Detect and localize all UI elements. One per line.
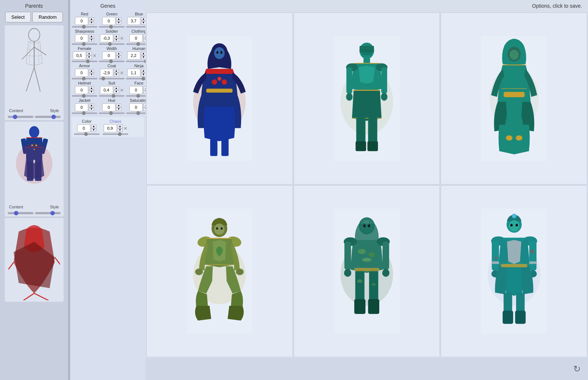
gene-helmet-up[interactable]: ▲ — [89, 86, 94, 90]
gene-ninja-input[interactable] — [127, 69, 140, 77]
gene-clothing-input[interactable] — [129, 34, 143, 42]
character-cell-5[interactable] — [294, 185, 440, 357]
gene-human-slider[interactable] — [126, 61, 146, 62]
select-button[interactable]: Select — [5, 12, 31, 22]
gene-saturation-input[interactable] — [129, 103, 143, 111]
gene-suit-down[interactable]: ▼ — [114, 90, 119, 94]
gene-armor-up[interactable]: ▲ — [89, 69, 94, 73]
chaos-remove[interactable]: ✕ — [123, 126, 128, 131]
gene-hue-up[interactable]: ▲ — [116, 104, 121, 107]
gene-coat-input[interactable] — [100, 69, 113, 77]
gene-green-up[interactable]: ▲ — [116, 17, 121, 21]
gene-suit-remove[interactable]: ✕ — [120, 87, 124, 93]
gene-soldier-down[interactable]: ▼ — [114, 38, 119, 42]
gene-helmet-slider[interactable] — [72, 95, 97, 97]
gene-blue-down[interactable]: ▼ — [141, 21, 146, 25]
gene-blue-slider[interactable] — [126, 26, 146, 28]
gene-hue: Hue ▲ ▼ — [99, 98, 125, 114]
color-up[interactable]: ▲ — [91, 125, 96, 128]
chaos-up[interactable]: ▲ — [118, 125, 123, 128]
gene-green-input[interactable] — [102, 17, 115, 25]
refresh-button[interactable]: ↻ — [573, 364, 581, 374]
gene-green-down[interactable]: ▼ — [116, 21, 121, 25]
gene-width-input[interactable] — [102, 51, 115, 60]
content-slider-2[interactable] — [8, 212, 33, 214]
gene-suit-slider[interactable] — [99, 95, 125, 97]
gene-hue-slider[interactable] — [99, 112, 125, 114]
chaos-input[interactable] — [104, 124, 117, 132]
gene-jacket-up[interactable]: ▲ — [89, 104, 94, 107]
random-button[interactable]: Random — [32, 12, 63, 22]
gene-female-up[interactable]: ▲ — [87, 52, 92, 55]
gene-saturation-label: Saturation — [130, 98, 146, 103]
gene-hue-down[interactable]: ▼ — [116, 107, 121, 111]
gene-armor-slider[interactable] — [72, 78, 97, 79]
gene-red-input[interactable] — [75, 17, 88, 25]
gene-coat-up[interactable]: ▲ — [114, 69, 119, 73]
character-cell-6[interactable] — [441, 185, 587, 357]
gene-helmet-down[interactable]: ▼ — [89, 90, 94, 94]
gene-coat-down[interactable]: ▼ — [114, 73, 119, 76]
gene-female-input[interactable] — [73, 51, 86, 60]
gene-soldier-slider[interactable] — [99, 43, 125, 45]
color-down[interactable]: ▼ — [91, 128, 96, 132]
content-slider-1[interactable] — [8, 116, 33, 118]
gene-ninja-down[interactable]: ▼ — [141, 73, 146, 76]
gene-red-up[interactable]: ▲ — [89, 17, 94, 21]
character-cell-3[interactable] — [441, 12, 587, 184]
gene-coat-remove[interactable]: ✕ — [120, 70, 124, 76]
svg-rect-81 — [368, 299, 379, 314]
gene-sharpness-input[interactable] — [75, 34, 88, 42]
gene-human-down[interactable]: ▼ — [141, 55, 146, 59]
gene-clothing-slider[interactable] — [126, 43, 146, 45]
gene-coat-slider[interactable] — [99, 78, 125, 79]
gene-armor-down[interactable]: ▼ — [89, 73, 94, 76]
gene-soldier-input[interactable] — [100, 34, 113, 42]
color-input[interactable] — [77, 124, 90, 132]
gene-soldier-remove[interactable]: ✕ — [120, 36, 124, 41]
gene-width-down[interactable]: ▼ — [116, 55, 121, 59]
svg-point-29 — [220, 51, 222, 54]
gene-human-input[interactable] — [127, 51, 140, 60]
options-header: Options, click to save. — [146, 0, 588, 12]
gene-ninja-slider[interactable] — [126, 78, 146, 79]
gene-female-down[interactable]: ▼ — [87, 55, 92, 59]
gene-armor-input[interactable] — [75, 69, 88, 77]
gene-face-slider[interactable] — [126, 95, 146, 97]
gene-female-slider[interactable] — [72, 61, 97, 62]
gene-hue-input[interactable] — [102, 103, 115, 111]
gene-width-slider[interactable] — [99, 61, 125, 62]
gene-sharpness-slider[interactable] — [72, 43, 97, 45]
gene-suit-up[interactable]: ▲ — [114, 86, 119, 90]
gene-jacket-slider[interactable] — [72, 112, 97, 114]
gene-jacket-input[interactable] — [75, 103, 88, 111]
gene-red-slider[interactable] — [72, 26, 97, 28]
character-cell-2[interactable] — [294, 12, 440, 184]
gene-face-input[interactable] — [129, 86, 143, 94]
gene-red-down[interactable]: ▼ — [89, 21, 94, 25]
gene-blue-up[interactable]: ▲ — [141, 17, 146, 21]
gene-width-up[interactable]: ▲ — [116, 52, 121, 55]
chaos-slider[interactable] — [103, 133, 128, 135]
gene-blue-input[interactable] — [127, 17, 140, 25]
gene-jacket-down[interactable]: ▼ — [89, 107, 94, 111]
chaos-down[interactable]: ▼ — [118, 128, 123, 132]
parent-card-3[interactable] — [5, 218, 64, 302]
gene-sharpness-down[interactable]: ▼ — [89, 38, 94, 42]
style-slider-1[interactable] — [35, 116, 61, 118]
gene-suit-input[interactable] — [100, 86, 113, 94]
character-cell-1[interactable] — [146, 12, 293, 184]
gene-green-slider[interactable] — [99, 26, 125, 28]
parent-card-2[interactable]: Content Style — [5, 122, 64, 216]
parent-card-1[interactable]: Content Style — [5, 25, 64, 120]
color-slider[interactable] — [74, 133, 100, 135]
character-cell-4[interactable] — [146, 185, 293, 357]
gene-human-up[interactable]: ▲ — [141, 52, 146, 55]
gene-ninja-up[interactable]: ▲ — [141, 69, 146, 73]
gene-saturation-slider[interactable] — [126, 112, 146, 114]
gene-soldier-up[interactable]: ▲ — [114, 35, 119, 38]
gene-female-remove[interactable]: ✕ — [93, 53, 97, 58]
style-slider-2[interactable] — [35, 212, 61, 214]
gene-sharpness-up[interactable]: ▲ — [89, 35, 94, 38]
gene-helmet-input[interactable] — [75, 86, 88, 94]
